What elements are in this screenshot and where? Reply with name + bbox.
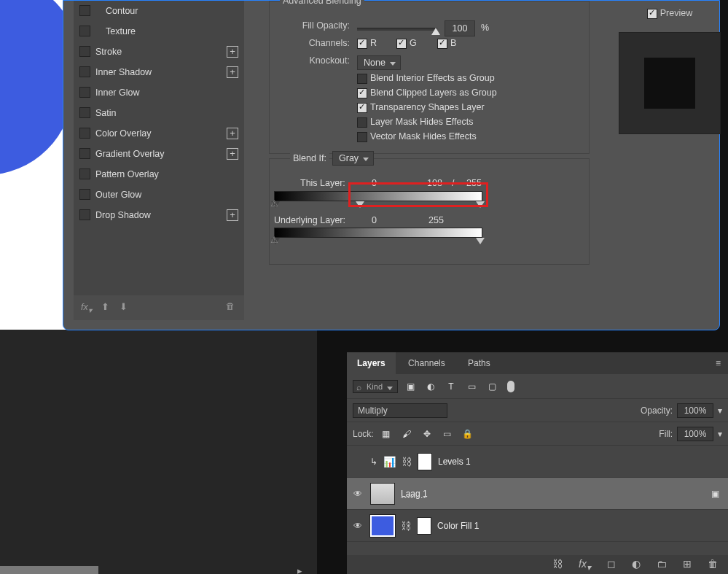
preview-checkbox[interactable] — [647, 9, 657, 19]
filter-kind-dropdown[interactable]: Kind — [353, 380, 398, 393]
fill-field[interactable]: 100% — [677, 427, 713, 441]
transparency-shapes-checkbox[interactable] — [357, 103, 367, 113]
trash-icon[interactable]: 🗑 — [226, 301, 235, 311]
under-white-stop[interactable] — [476, 238, 485, 244]
lock-transparency-icon[interactable]: ▦ — [378, 426, 394, 442]
lock-position-icon[interactable]: ✥ — [419, 426, 435, 442]
checkbox-icon[interactable] — [79, 26, 90, 36]
fx-item-outer-glow[interactable]: Outer Glow — [74, 185, 244, 205]
vector-mask-hides-checkbox[interactable] — [357, 132, 367, 142]
layer-style-dialog: Contour Texture Stroke+ Inner Shadow+ In… — [63, 0, 720, 330]
fx-item-stroke[interactable]: Stroke+ — [74, 42, 244, 62]
filter-shape-icon[interactable]: ▭ — [463, 379, 480, 395]
layer-name[interactable]: Laag 1 — [401, 489, 428, 499]
new-adjustment-icon[interactable]: ◐ — [632, 558, 641, 571]
lock-row: Lock: ▦ 🖌 ✥ ▭ 🔒 Fill: 100% ▾ — [347, 422, 728, 446]
percent-label: % — [481, 23, 489, 33]
checkbox-icon[interactable] — [79, 87, 90, 98]
underlying-v1: 255 — [428, 215, 444, 225]
workspace-dark — [0, 330, 317, 574]
checkbox-icon[interactable] — [79, 168, 90, 179]
filter-pixel-icon[interactable]: ▣ — [402, 379, 418, 395]
checkbox-icon[interactable] — [79, 46, 90, 57]
tab-paths[interactable]: Paths — [458, 352, 501, 374]
visibility-toggle[interactable]: 👁 — [351, 489, 364, 499]
delete-layer-icon[interactable]: 🗑 — [708, 558, 718, 571]
plus-icon[interactable]: + — [227, 66, 238, 78]
knockout-label: Knockout: — [270, 55, 350, 66]
layer-mask-hides-checkbox[interactable] — [357, 117, 367, 128]
fx-item-satin[interactable]: Satin — [74, 103, 244, 123]
fx-item-gradient-overlay[interactable]: Gradient Overlay+ — [74, 144, 244, 164]
opacity-flyout-icon[interactable]: ▾ — [718, 406, 722, 416]
arrow-up-icon[interactable]: ⬆ — [101, 301, 109, 312]
fx-item-texture[interactable]: Texture — [74, 21, 244, 42]
fx-item-pattern-overlay[interactable]: Pattern Overlay — [74, 164, 244, 185]
layer-row-levels[interactable]: 👁 ↳ 📊 ⛓ Levels 1 — [347, 446, 728, 478]
lock-pixels-icon[interactable]: 🖌 — [399, 426, 415, 442]
knockout-dropdown[interactable]: None — [357, 55, 401, 70]
fx-item-drop-shadow[interactable]: Drop Shadow+ — [74, 205, 244, 225]
underlying-gradient[interactable] — [274, 228, 482, 238]
advanced-blending-title: Advanced Blending — [280, 0, 364, 6]
filter-smart-icon[interactable]: ▢ — [484, 379, 500, 395]
fx-icon[interactable]: fx▾ — [81, 302, 92, 314]
checkbox-icon[interactable] — [79, 209, 90, 220]
layer-row-laag1[interactable]: 👁 Laag 1 ▣ — [347, 478, 728, 510]
fill-flyout-icon[interactable]: ▾ — [718, 429, 722, 439]
blend-clipped-checkbox[interactable] — [357, 88, 367, 98]
channel-r-checkbox[interactable] — [357, 39, 367, 49]
panel-menu-icon[interactable]: ≡ — [708, 352, 728, 374]
lock-artboard-icon[interactable]: ▭ — [439, 426, 455, 442]
fx-item-contour[interactable]: Contour — [74, 1, 244, 21]
blend-interior-checkbox[interactable] — [357, 74, 367, 84]
layer-row-colorfill[interactable]: 👁 ⛓ Color Fill 1 — [347, 510, 728, 542]
mask-link-icon[interactable]: ⛓ — [402, 456, 412, 468]
fill-opacity-slider[interactable] — [357, 28, 437, 31]
link-layers-icon[interactable]: ⛓ — [552, 558, 563, 571]
checkbox-icon[interactable] — [79, 189, 90, 200]
layer-name[interactable]: Color Fill 1 — [437, 521, 479, 531]
filter-toggle-icon[interactable] — [507, 381, 514, 392]
fx-item-color-overlay[interactable]: Color Overlay+ — [74, 123, 244, 144]
checkbox-icon[interactable] — [79, 128, 90, 139]
filter-text-icon[interactable]: T — [443, 379, 459, 395]
tab-channels[interactable]: Channels — [398, 352, 455, 374]
checkbox-icon[interactable] — [79, 5, 90, 16]
checkbox-icon[interactable] — [79, 148, 90, 159]
channel-b-checkbox[interactable] — [437, 39, 447, 49]
layer-mask-thumb[interactable] — [417, 517, 431, 535]
checkbox-icon[interactable] — [79, 107, 90, 118]
scrollbar-horizontal[interactable] — [0, 566, 98, 574]
mask-link-icon[interactable]: ⛓ — [401, 520, 411, 532]
visibility-toggle[interactable]: 👁 — [351, 521, 364, 531]
checkbox-icon[interactable] — [79, 66, 90, 77]
layer-mask-thumb[interactable] — [418, 453, 432, 470]
new-layer-icon[interactable]: ⊞ — [683, 558, 692, 571]
layer-name[interactable]: Levels 1 — [438, 457, 471, 467]
add-mask-icon[interactable]: ◻ — [607, 558, 616, 571]
plus-icon[interactable]: + — [227, 128, 238, 139]
new-group-icon[interactable]: 🗀 — [657, 558, 667, 571]
layer-fx-icon[interactable]: fx▾ — [579, 558, 591, 571]
layer-thumb[interactable] — [370, 483, 395, 505]
plus-icon[interactable]: + — [227, 148, 238, 160]
scrollbar-arrow-right-icon[interactable]: ▸ — [297, 565, 302, 574]
plus-icon[interactable]: + — [227, 209, 238, 221]
arrow-down-icon[interactable]: ⬇ — [120, 301, 128, 312]
tab-layers[interactable]: Layers — [347, 352, 396, 374]
smart-object-icon: ▣ — [711, 489, 719, 499]
blend-mode-dropdown[interactable]: Multiply — [353, 403, 447, 418]
fx-item-inner-glow[interactable]: Inner Glow — [74, 82, 244, 103]
fx-item-inner-shadow[interactable]: Inner Shadow+ — [74, 62, 244, 82]
plus-icon[interactable]: + — [227, 46, 238, 58]
fill-opacity-thumb[interactable] — [431, 28, 440, 35]
blend-if-channel-dropdown[interactable]: Gray — [332, 151, 374, 166]
advanced-blending-group: Advanced Blending Fill Opacity: 100 % Ch… — [269, 1, 590, 154]
layer-thumb[interactable] — [370, 515, 395, 537]
channel-g-checkbox[interactable] — [396, 39, 407, 49]
fill-opacity-value[interactable]: 100 — [445, 20, 475, 36]
lock-all-icon[interactable]: 🔒 — [460, 426, 476, 442]
filter-adjustment-icon[interactable]: ◐ — [423, 379, 439, 395]
opacity-field[interactable]: 100% — [677, 403, 713, 418]
